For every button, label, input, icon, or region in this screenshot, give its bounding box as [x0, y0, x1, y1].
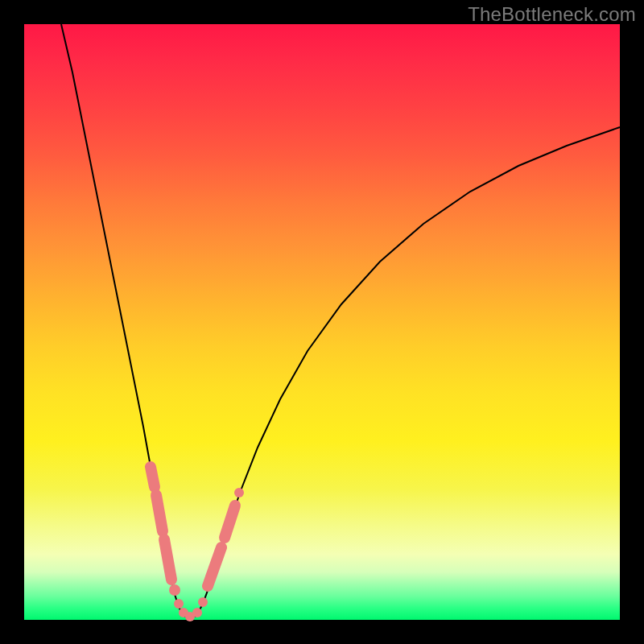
marker-pill [156, 495, 163, 531]
watermark-text: TheBottleneck.com [468, 3, 636, 26]
marker-pill [164, 539, 171, 580]
plot-svg [24, 24, 620, 620]
marker-pill [208, 547, 221, 586]
bottleneck-curve [61, 24, 620, 618]
marker-dot [198, 597, 208, 607]
plot-area [24, 24, 620, 620]
marker-dot [192, 608, 202, 617]
chart-frame: TheBottleneck.com [0, 0, 644, 644]
marker-dot [169, 584, 180, 596]
marker-dot [234, 488, 244, 497]
marker-pill [151, 467, 155, 487]
marker-dot [224, 520, 233, 530]
marker-layer [151, 467, 244, 621]
marker-dot [174, 599, 184, 609]
